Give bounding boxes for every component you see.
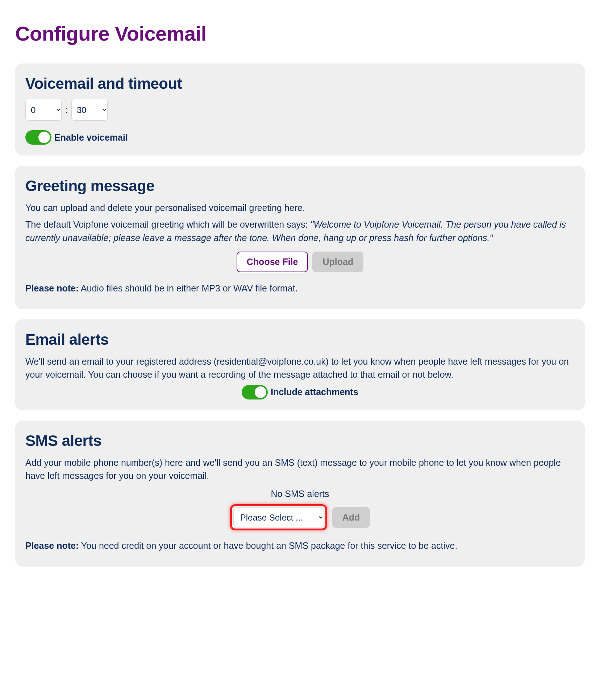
- email-toggle-row: Include attachments: [25, 385, 575, 399]
- email-card: Email alerts We'll send an email to your…: [15, 319, 585, 410]
- greeting-line2: The default Voipfone voicemail greeting …: [25, 218, 575, 244]
- timeout-heading: Voicemail and timeout: [25, 75, 575, 92]
- sms-select-highlight: Please Select ...: [230, 504, 327, 530]
- include-attachments-label: Include attachments: [271, 387, 358, 397]
- page-title: Configure Voicemail: [15, 22, 585, 45]
- greeting-card: Greeting message You can upload and dele…: [15, 166, 585, 309]
- greeting-note: Please note: Audio files should be in ei…: [25, 282, 575, 295]
- sms-note: Please note: You need credit on your acc…: [25, 539, 575, 552]
- greeting-line1: You can upload and delete your personali…: [25, 201, 575, 214]
- upload-button[interactable]: Upload: [312, 252, 363, 272]
- choose-file-button[interactable]: Choose File: [237, 252, 308, 272]
- sms-heading: SMS alerts: [25, 432, 575, 450]
- greeting-upload-row: Choose File Upload: [25, 252, 575, 272]
- timeout-separator: :: [65, 105, 68, 115]
- timeout-row: 0 : 30: [25, 99, 575, 121]
- sms-body: Add your mobile phone number(s) here and…: [25, 456, 575, 482]
- greeting-heading: Greeting message: [25, 177, 575, 195]
- enable-voicemail-toggle[interactable]: [25, 130, 51, 145]
- greeting-note-text: Audio files should be in either MP3 or W…: [79, 283, 297, 293]
- enable-voicemail-row: Enable voicemail: [25, 130, 575, 145]
- email-heading: Email alerts: [25, 331, 575, 348]
- include-attachments-toggle[interactable]: [242, 385, 268, 399]
- greeting-line2-prefix: The default Voipfone voicemail greeting …: [25, 219, 311, 229]
- sms-number-select[interactable]: Please Select ...: [233, 508, 324, 527]
- email-body: We'll send an email to your registered a…: [25, 355, 575, 381]
- greeting-note-label: Please note:: [25, 283, 79, 293]
- timeout-seconds-select[interactable]: 30: [71, 99, 108, 121]
- sms-row: Please Select ... Add: [25, 504, 575, 530]
- sms-note-label: Please note:: [25, 540, 79, 551]
- enable-voicemail-label: Enable voicemail: [54, 132, 128, 143]
- sms-note-text: You need credit on your account or have …: [79, 540, 457, 551]
- sms-status: No SMS alerts: [25, 489, 575, 499]
- sms-add-button[interactable]: Add: [332, 507, 370, 528]
- sms-card: SMS alerts Add your mobile phone number(…: [15, 421, 585, 567]
- timeout-minutes-select[interactable]: 0: [25, 99, 62, 121]
- timeout-card: Voicemail and timeout 0 : 30 Enable voic…: [15, 63, 585, 156]
